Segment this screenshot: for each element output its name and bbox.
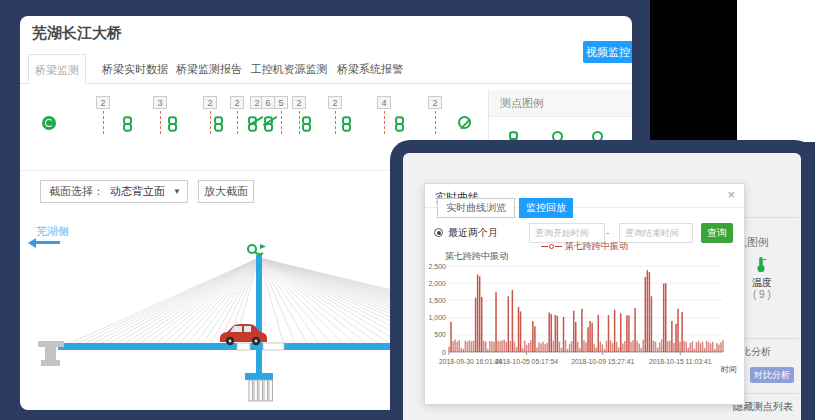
gauge-icon[interactable] (42, 116, 56, 130)
tab-bridge-monitor[interactable]: 桥梁监测 (28, 54, 86, 84)
sensor-leader-line (281, 111, 282, 134)
sensor-leader-line (335, 111, 336, 134)
overlay-window: 测点图例 温度 ( 9 ) 对比分析 对比分析 隐藏测点列表 实时曲线 × 实时… (403, 153, 801, 420)
section-select[interactable]: 截面选择：动态背立面 ▼ (40, 180, 188, 203)
sensor-count-badge: 2 (428, 96, 442, 109)
sensor-count-badge: 3 (153, 96, 167, 109)
svg-text:500: 500 (434, 331, 446, 338)
svg-text:0: 0 (442, 349, 446, 356)
tower-top-sensor-icons (248, 244, 266, 254)
sensor-count-badge: 6 (261, 96, 275, 109)
overlay-window-frame: 测点图例 温度 ( 9 ) 对比分析 对比分析 隐藏测点列表 实时曲线 × 实时… (390, 140, 815, 420)
sensor-count-badge: 5 (274, 96, 288, 109)
svg-text:2018-09-30 16:01:44: 2018-09-30 16:01:44 (439, 358, 502, 365)
sensor-leader-line (160, 111, 161, 134)
svg-text:2018-10-09 15:27:41: 2018-10-09 15:27:41 (571, 358, 634, 365)
enlarge-section-button[interactable]: 放大截面 (198, 180, 254, 203)
chain-link-icon[interactable] (341, 116, 352, 132)
sensor-count-badge: 2 (328, 96, 342, 109)
wuhu-side-label: 芜湖侧 (36, 224, 69, 239)
chevron-down-icon: ▼ (173, 181, 181, 202)
tab-system-alarm[interactable]: 桥梁系统报警 (332, 54, 408, 84)
tab-monitor-playback[interactable]: 监控回放 (519, 198, 573, 218)
sensor-leader-line (210, 111, 211, 134)
sensor-count-badge: 2 (230, 96, 244, 109)
sensor-leader-line (103, 111, 104, 134)
video-monitor-button[interactable]: 视频监控 (583, 41, 632, 63)
sensor-count-badge: 4 (377, 96, 391, 109)
legend-line-icon (555, 246, 562, 247)
close-icon[interactable]: × (727, 188, 735, 202)
compare-analysis-button[interactable]: 对比分析 (750, 367, 794, 383)
last-two-months-label: 最近两个月 (448, 226, 498, 240)
sensor-leader-line (299, 111, 300, 134)
svg-text:1,500: 1,500 (428, 297, 446, 304)
sensor-leader-line (384, 111, 385, 134)
chain-link-icon[interactable] (213, 116, 224, 132)
sensor-strip: 2 3 2 2 2 6 5 2 2 4 2 (20, 90, 510, 146)
tab-monitor-report[interactable]: 桥梁监测报告 (172, 54, 246, 84)
svg-text:2018-10-05 05:17:54: 2018-10-05 05:17:54 (495, 358, 558, 365)
screen: 芜湖长江大桥 桥梁监测 桥梁实时数据 桥梁监测报告 工控机资源监测 桥梁系统报警… (0, 0, 815, 420)
sensor-leader-line (237, 111, 238, 134)
thermometer-icon (755, 256, 767, 273)
svg-text:2,500: 2,500 (428, 263, 446, 270)
sensor-count-badge: 2 (96, 96, 110, 109)
temperature-count: ( 9 ) (753, 289, 771, 300)
chain-link-icon[interactable] (301, 116, 312, 132)
section-select-label: 截面选择： (41, 185, 104, 197)
tab-realtime-curve-browse[interactable]: 实时曲线浏览 (437, 198, 515, 218)
car-image (218, 322, 268, 346)
legend-line-icon (541, 246, 548, 247)
vibration-chart: 05001,0001,5002,0002,5002018-09-30 16:01… (427, 260, 733, 382)
svg-text:2018-10-15 11:03:41: 2018-10-15 11:03:41 (649, 358, 712, 365)
date-range-separator: - (606, 227, 609, 238)
sensor-count-badge: 2 (203, 96, 217, 109)
chain-link-icon[interactable] (167, 116, 178, 132)
background-black-area (650, 0, 737, 141)
legend-panel-header: 测点图例 (489, 90, 632, 117)
x-axis-title: 时间 (721, 364, 737, 375)
sensor-count-badge: 2 (292, 96, 306, 109)
background-white-area (737, 0, 815, 142)
realtime-curve-dialog: 实时曲线 × 实时曲线浏览 监控回放 最近两个月 - 查询 第七跨跨中振动 第七… (424, 183, 745, 405)
chain-link-icon[interactable] (122, 116, 133, 132)
main-tabbar: 桥梁监测 桥梁实时数据 桥梁监测报告 工控机资源监测 桥梁系统报警 视频监控 (20, 54, 632, 84)
legend-series-label: 第七跨跨中振动 (565, 241, 628, 251)
tab-ipc-resource[interactable]: 工控机资源监测 (246, 54, 332, 84)
page-title: 芜湖长江大桥 (32, 24, 122, 43)
svg-text:2,000: 2,000 (428, 280, 446, 287)
no-entry-icon (458, 116, 471, 129)
sensor-leader-line (435, 111, 436, 134)
svg-text:1,000: 1,000 (428, 314, 446, 321)
legend-circle-icon (549, 244, 554, 249)
section-select-value: 动态背立面 (104, 185, 165, 197)
chain-link-icon[interactable] (394, 116, 405, 132)
tab-realtime-data[interactable]: 桥梁实时数据 (98, 54, 172, 84)
temperature-label[interactable]: 温度 (752, 276, 772, 290)
last-two-months-radio[interactable] (434, 228, 443, 237)
